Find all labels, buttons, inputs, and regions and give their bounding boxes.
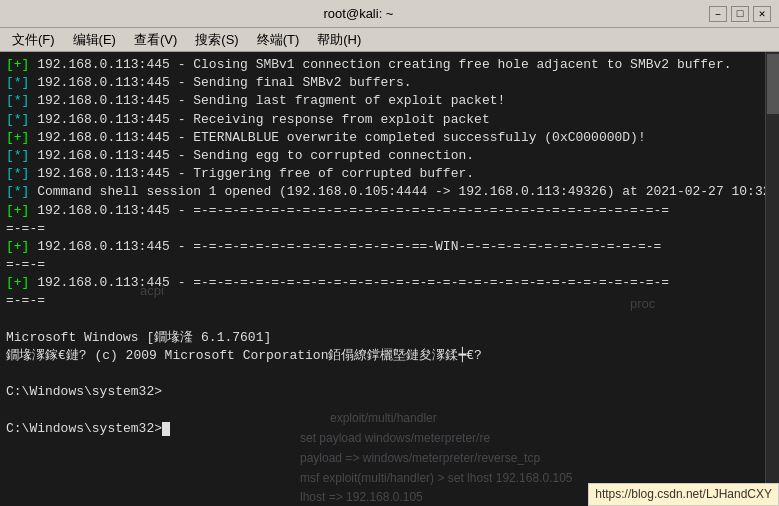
terminal-line: [+] 192.168.0.113:445 - Closing SMBv1 co… [6, 56, 773, 74]
terminal-line: 鐗堟潈鎵€鏈? (c) 2009 Microsoft Corporation銆傝… [6, 347, 773, 365]
menu-help[interactable]: 帮助(H) [309, 29, 369, 51]
minimize-button[interactable]: – [709, 6, 727, 22]
title-bar: root@kali: ~ – □ ✕ [0, 0, 779, 28]
terminal-line: [+] 192.168.0.113:445 - =-=-=-=-=-=-=-=-… [6, 274, 773, 292]
terminal-line: [*] 192.168.0.113:445 - Sending egg to c… [6, 147, 773, 165]
terminal-line: Microsoft Windows [鐗堟湰 6.1.7601] [6, 329, 773, 347]
menu-terminal[interactable]: 终端(T) [249, 29, 308, 51]
title-bar-buttons: – □ ✕ [709, 6, 771, 22]
terminal-line [6, 402, 773, 420]
menu-view[interactable]: 查看(V) [126, 29, 185, 51]
terminal-line: =-=-= [6, 220, 773, 238]
maximize-button[interactable]: □ [731, 6, 749, 22]
menu-edit[interactable]: 编辑(E) [65, 29, 124, 51]
terminal-area[interactable]: [+] 192.168.0.113:445 - Closing SMBv1 co… [0, 52, 779, 506]
terminal-line: [*] 192.168.0.113:445 - Sending last fra… [6, 92, 773, 110]
close-button[interactable]: ✕ [753, 6, 771, 22]
terminal-line: [+] 192.168.0.113:445 - =-=-=-=-=-=-=-=-… [6, 238, 773, 256]
menu-bar: 文件(F) 编辑(E) 查看(V) 搜索(S) 终端(T) 帮助(H) [0, 28, 779, 52]
menu-search[interactable]: 搜索(S) [187, 29, 246, 51]
terminal-line [6, 311, 773, 329]
url-bar: https://blog.csdn.net/LJHandCXY [588, 483, 779, 506]
terminal-line: =-=-= [6, 292, 773, 310]
scroll-thumb[interactable] [767, 54, 779, 114]
terminal-line: =-=-= [6, 256, 773, 274]
title-bar-text: root@kali: ~ [8, 6, 709, 21]
terminal-line: [+] 192.168.0.113:445 - ETERNALBLUE over… [6, 129, 773, 147]
terminal-line: [*] 192.168.0.113:445 - Triggering free … [6, 165, 773, 183]
terminal-line: [*] 192.168.0.113:445 - Sending final SM… [6, 74, 773, 92]
terminal-prompt-active: C:\Windows\system32> [6, 420, 773, 438]
scrollbar[interactable] [765, 52, 779, 506]
terminal-line [6, 365, 773, 383]
terminal-line: [*] Command shell session 1 opened (192.… [6, 183, 773, 201]
menu-file[interactable]: 文件(F) [4, 29, 63, 51]
terminal-prompt: C:\Windows\system32> [6, 383, 773, 401]
terminal-line: [*] 192.168.0.113:445 - Receiving respon… [6, 111, 773, 129]
terminal-line: [+] 192.168.0.113:445 - =-=-=-=-=-=-=-=-… [6, 202, 773, 220]
